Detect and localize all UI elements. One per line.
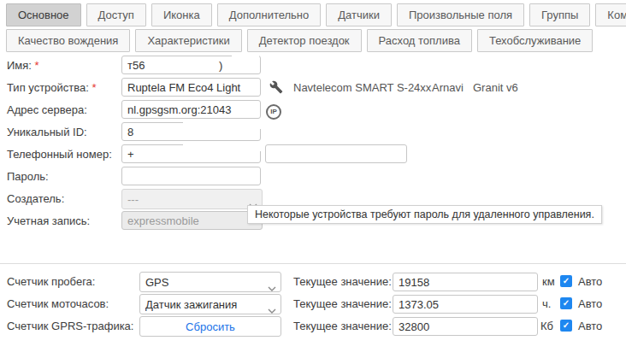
- phone-label: Телефонный номер:: [7, 148, 112, 161]
- engine-hours-source-select[interactable]: Датчик зажигания: [139, 294, 281, 314]
- tab-groups[interactable]: Группы: [529, 3, 590, 26]
- gprs-auto-label: Авто: [578, 320, 602, 332]
- engine-hours-current-label: Текущее значение:: [293, 297, 392, 310]
- name-label: Имя: *: [7, 59, 39, 72]
- password-label: Пароль:: [7, 170, 49, 183]
- redaction-patch: [232, 53, 259, 61]
- device-type-input[interactable]: [121, 78, 261, 97]
- wrench-icon[interactable]: [269, 80, 283, 97]
- gprs-current-label: Текущее значение:: [293, 320, 392, 332]
- tab-commands[interactable]: Команды: [595, 3, 626, 26]
- tab-bar-primary: Основное Доступ Иконка Дополнительно Дат…: [6, 3, 626, 26]
- password-input[interactable]: [121, 167, 261, 185]
- tab-fuel-consumption[interactable]: Расход топлива: [367, 29, 472, 52]
- gprs-unit: Кб: [540, 320, 553, 332]
- mileage-source-select[interactable]: GPS: [139, 272, 281, 292]
- gprs-value-input[interactable]: [393, 317, 538, 336]
- mileage-counter-label: Счетчик пробега:: [7, 275, 95, 288]
- required-asterisk: *: [35, 59, 39, 72]
- device-type-label: Тип устройства: *: [7, 81, 97, 94]
- tab-trip-detector[interactable]: Детектор поездок: [247, 29, 362, 52]
- ip-icon[interactable]: IP: [266, 102, 281, 120]
- creator-label: Создатель:: [7, 192, 64, 205]
- section-divider: [0, 263, 626, 264]
- account-input: [121, 211, 263, 230]
- server-address-label: Адрес сервера:: [7, 103, 87, 116]
- gprs-reset-button[interactable]: Сбросить: [139, 316, 281, 337]
- mileage-value-input[interactable]: [393, 273, 538, 291]
- tab-custom-fields[interactable]: Произвольные поля: [397, 3, 524, 26]
- mileage-auto-checkbox[interactable]: [560, 275, 572, 287]
- mileage-unit: км: [542, 275, 555, 288]
- password-tooltip: Некоторые устройства требуют пароль для …: [247, 205, 602, 224]
- required-asterisk: *: [92, 81, 97, 94]
- device-suggestion-granit[interactable]: Granit v6: [473, 81, 518, 94]
- engine-hours-counter-label: Счетчик моточасов:: [7, 297, 109, 310]
- device-properties-dialog: Основное Доступ Иконка Дополнительно Дат…: [0, 0, 626, 364]
- account-label: Учетная запись:: [7, 214, 90, 227]
- creator-select-wrap: ---: [121, 189, 263, 209]
- device-suggestion-navtelecom[interactable]: Navtelecom SMART S-24xx: [293, 81, 431, 94]
- gprs-counter-label: Счетчик GPRS-трафика:: [7, 320, 133, 332]
- tab-profile[interactable]: Характеристики: [135, 29, 241, 52]
- tab-maintenance[interactable]: Техобслуживание: [477, 29, 593, 52]
- phone-input-secondary[interactable]: [265, 144, 407, 163]
- tab-advanced[interactable]: Дополнительно: [217, 3, 322, 26]
- mileage-current-label: Текущее значение:: [293, 275, 392, 288]
- tab-bar-secondary: Качество вождения Характеристики Детекто…: [6, 29, 626, 52]
- redaction-patch: [183, 142, 261, 151]
- engine-hours-unit: ч.: [542, 297, 551, 310]
- engine-hours-auto-checkbox[interactable]: [560, 297, 572, 309]
- device-suggestion-arnavi[interactable]: Arnavi: [432, 81, 464, 94]
- engine-hours-value-input[interactable]: [393, 295, 538, 314]
- creator-select: ---: [121, 189, 263, 209]
- tab-icon[interactable]: Иконка: [151, 3, 212, 26]
- engine-hours-auto-label: Авто: [578, 297, 602, 310]
- tab-sensors[interactable]: Датчики: [326, 3, 392, 26]
- tab-access[interactable]: Доступ: [86, 3, 146, 26]
- engine-hours-source-select-wrap: Датчик зажигания: [139, 294, 281, 314]
- tab-main[interactable]: Основное: [6, 3, 81, 26]
- unique-id-label: Уникальный ID:: [7, 126, 87, 138]
- tab-eco-driving[interactable]: Качество вождения: [6, 29, 130, 52]
- server-address-input[interactable]: [121, 100, 261, 119]
- mileage-source-select-wrap: GPS: [139, 272, 281, 292]
- gprs-auto-checkbox[interactable]: [560, 320, 572, 332]
- redaction-patch: [183, 120, 261, 129]
- mileage-auto-label: Авто: [578, 275, 602, 288]
- ip-icon-text: IP: [266, 104, 281, 120]
